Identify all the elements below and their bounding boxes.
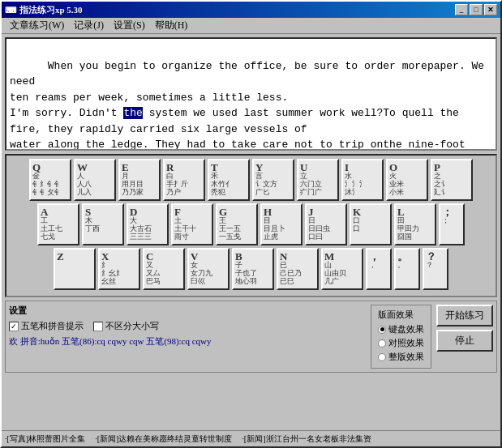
close-button[interactable]: ✕ [484,4,497,15]
menu-record[interactable]: 记录(J) [69,17,109,34]
key-v[interactable]: V 女女刀九臼巛 [187,248,230,290]
key-m[interactable]: M 山山由贝几广 [321,248,363,290]
checkbox-row: ✓ 五笔和拼音提示 不区分大小写 [9,320,364,332]
title-controls: _ □ ✕ [455,4,497,15]
settings-area: 设置 ✓ 五笔和拼音提示 不区分大小写 欢 拼音:huǒn 五笔(86):cq … [5,301,497,373]
key-r[interactable]: R 白手扌斤乃户 [163,159,205,201]
status-line: 欢 拼音:huǒn 五笔(86):cq cqwy cqw 五笔(98):cq c… [9,335,364,348]
key-l[interactable]: L 田甲田力囧国 [394,203,436,245]
checkbox-wubi[interactable]: ✓ 五笔和拼音提示 [9,320,84,332]
key-i[interactable]: I 水氵氵氵沐氵 [341,159,384,201]
menu-article[interactable]: 文章练习(W) [5,17,69,34]
app-icon: ⌨ [5,6,16,15]
key-f[interactable]: F 土土干十雨寸 [171,203,213,245]
current-char: the [123,107,142,119]
key-b[interactable]: B 子子也了地心羽 [232,248,274,290]
radio-keyboard-label: 键盘效果 [388,323,424,335]
key-e[interactable]: E 月用月目乃乃家 [118,159,161,201]
status-item-3: ·[新闻]浙江台州一名女老板非法集资 [242,433,371,445]
window-title: 指法练习xp 5.30 [19,4,83,16]
radio-compare-btn[interactable] [378,339,386,348]
key-y[interactable]: Y 言讠文方广匕 [252,159,294,201]
key-z[interactable]: Z [54,248,96,290]
key-row-1: Q 金钅纟钅钅钅钅攵钅 W 人人八儿入 E 月用月目乃乃家 R 白手扌斤乃户 T… [10,159,492,201]
stop-button[interactable]: 停止 [436,330,493,352]
key-k[interactable]: K 口口 [350,203,392,245]
key-u[interactable]: U 立六门立疒门广 [297,159,339,201]
typing-text: When you begin to organize the office, b… [10,42,492,151]
menu-help[interactable]: 帮助(H) [150,17,193,34]
effects-title: 版面效果 [378,309,424,321]
title-bar: ⌨ 指法练习xp 5.30 _ □ ✕ [2,2,500,18]
menu-bar: 文章练习(W) 记录(J) 设置(S) 帮助(H) [2,18,500,34]
key-slash[interactable]: ？ ？ [423,248,448,290]
key-comma[interactable]: ， ， [366,248,392,290]
checkbox-wubi-label: 五笔和拼音提示 [21,320,84,332]
key-p[interactable]: P 之之讠廴讠 [431,159,473,201]
main-window: ⌨ 指法练习xp 5.30 _ □ ✕ 文章练习(W) 记录(J) 设置(S) … [0,0,502,448]
key-h[interactable]: H 目目且卜止虎 [260,203,302,245]
key-w[interactable]: W 人人八儿入 [74,159,116,201]
status-item-2: ·[新闻]达赖在美称愿终结灵童转世制度 [95,433,232,445]
key-row-2: A 工土工七七戈 S 木丁西 D 大大古石三三三 F 土土干十雨寸 G 王王一五… [10,203,492,245]
minimize-button[interactable]: _ [455,4,468,15]
key-period[interactable]: 。 。 [394,248,420,290]
key-q[interactable]: Q 金钅纟钅钅钅钅攵钅 [29,159,71,201]
effects-group: 版面效果 键盘效果 对照效果 整版效果 [371,305,431,369]
radio-compare[interactable]: 对照效果 [378,337,424,349]
radio-keyboard[interactable]: 键盘效果 [378,323,424,335]
checkbox-wubi-box[interactable]: ✓ [9,322,19,331]
start-button[interactable]: 开始练习 [436,305,493,326]
action-buttons: 开始练习 停止 [436,305,493,352]
settings-right: 版面效果 键盘效果 对照效果 整版效果 开始练习 [371,305,493,369]
settings-left: 设置 ✓ 五笔和拼音提示 不区分大小写 欢 拼音:huǒn 五笔(86):cq … [9,305,364,348]
key-a[interactable]: A 工土工七七戈 [37,203,79,245]
key-d[interactable]: D 大大古石三三三 [127,203,169,245]
radio-full-label: 整版效果 [388,351,424,363]
maximize-button[interactable]: □ [470,4,483,15]
key-t[interactable]: T 禾木竹亻秃犯 [208,159,250,201]
key-g[interactable]: G 王王一五一五戋 [216,203,258,245]
menu-settings[interactable]: 设置(S) [109,17,150,34]
checkbox-case-label: 不区分大小写 [105,320,159,332]
key-n[interactable]: N 已己已乃已巳 [277,248,319,290]
status-bar: ·[写真]林照蕾图片全集 ·[新闻]达赖在美称愿终结灵童转世制度 ·[新闻]浙江… [2,430,500,446]
key-j[interactable]: J 日日曰虫口曰 [305,203,347,245]
key-row-3: Z X 纟纟幺纟幺丝 C 又又厶巴马 V 女女刀九臼巛 B 子子也了地心羽 N … [10,248,492,290]
radio-keyboard-btn[interactable] [378,326,386,334]
key-x[interactable]: X 纟纟幺纟幺丝 [98,248,140,290]
keyboard: Q 金钅纟钅钅钅钅攵钅 W 人人八儿入 E 月用月目乃乃家 R 白手扌斤乃户 T… [5,154,497,297]
radio-compare-label: 对照效果 [388,337,424,349]
checkbox-case-box[interactable] [93,322,103,331]
key-s[interactable]: S 木丁西 [82,203,124,245]
key-o[interactable]: O 火业米小米 [386,159,428,201]
key-semicolon[interactable]: ； ； [439,203,465,245]
radio-full[interactable]: 整版效果 [378,351,424,363]
radio-full-btn[interactable] [378,353,386,361]
settings-title: 设置 [9,305,364,317]
checkbox-case[interactable]: 不区分大小写 [93,320,159,332]
key-c[interactable]: C 又又厶巴马 [143,248,185,290]
status-item-1: ·[写真]林照蕾图片全集 [5,433,85,445]
text-area: When you begin to organize the office, b… [5,37,497,151]
